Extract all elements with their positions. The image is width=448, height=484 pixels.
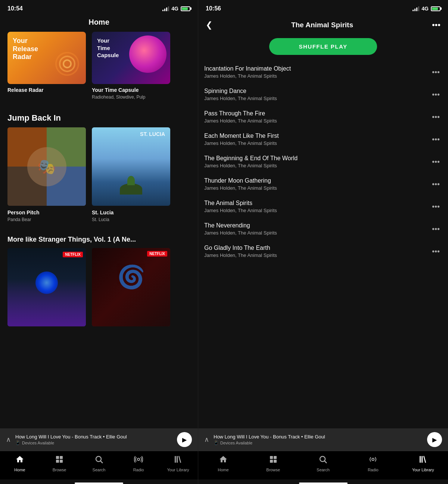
track-artist: James Holden, The Animal Spirits xyxy=(204,118,430,124)
right-nav-browse[interactable]: Browse xyxy=(262,455,284,472)
left-nav-browse[interactable]: Browse xyxy=(48,455,71,472)
release-radar-card[interactable]: YourReleaseRadar Release Radar xyxy=(7,32,86,100)
track-name: The Neverending xyxy=(204,222,430,229)
left-nav-browse-label: Browse xyxy=(53,468,66,472)
radar-waves-icon xyxy=(52,49,82,80)
st-lucia-image: ST. LUCIA xyxy=(92,127,170,206)
right-panel: 10:56 4G ❮ The Animal Spirits ••• SHUFFL… xyxy=(198,0,448,484)
time-capsule-bg: YourTimeCapsule xyxy=(92,32,170,84)
left-library-icon xyxy=(174,455,183,466)
left-status-bar: 10:54 4G xyxy=(0,0,198,15)
left-scroll-content: YourReleaseRadar Release Radar xyxy=(0,32,198,428)
track-name: Incantation For Inanimate Object xyxy=(204,65,430,72)
track-info: Pass Through The Fire James Holden, The … xyxy=(204,110,430,124)
svg-rect-17 xyxy=(421,456,423,463)
left-play-button[interactable]: ▶ xyxy=(177,432,192,447)
back-button[interactable]: ❮ xyxy=(204,19,214,31)
track-more-button[interactable]: ••• xyxy=(430,178,442,191)
track-info: Spinning Dance James Holden, The Animal … xyxy=(204,88,430,101)
right-mini-player-track: How Long Will I Love You - Bonus Track •… xyxy=(214,434,423,440)
track-more-button[interactable]: ••• xyxy=(430,245,442,258)
track-artist: James Holden, The Animal Spirits xyxy=(204,208,430,213)
left-battery-icon xyxy=(181,6,190,11)
left-nav-library[interactable]: Your Library xyxy=(167,455,189,472)
right-nav-library[interactable]: Your Library xyxy=(412,455,434,472)
time-capsule-card[interactable]: YourTimeCapsule Your Time Capsule Radioh… xyxy=(92,32,170,100)
track-artist: James Holden, The Animal Spirits xyxy=(204,252,430,258)
track-item[interactable]: Thunder Moon Gathering James Holden, The… xyxy=(198,173,448,195)
track-more-button[interactable]: ••• xyxy=(430,200,442,213)
svg-rect-16 xyxy=(420,456,421,463)
track-item[interactable]: The Animal Spirits James Holden, The Ani… xyxy=(198,195,448,218)
track-info: The Beginning & End Of The World James H… xyxy=(204,155,430,168)
stranger-things-card-1[interactable]: NETFLIX xyxy=(7,248,86,330)
left-time: 10:54 xyxy=(7,5,23,12)
left-nav-search-label: Search xyxy=(93,468,106,472)
release-radar-image: YourReleaseRadar xyxy=(7,32,86,84)
left-nav-home[interactable]: Home xyxy=(9,455,31,472)
svg-point-4 xyxy=(96,456,101,462)
right-search-icon xyxy=(318,455,327,466)
st-lucia-island xyxy=(120,183,142,195)
track-item[interactable]: Pass Through The Fire James Holden, The … xyxy=(198,106,448,128)
netflix-badge-2: NETFLIX xyxy=(147,251,167,257)
right-nav-radio[interactable]: Radio xyxy=(362,455,384,472)
svg-rect-8 xyxy=(177,456,178,463)
track-artist: James Holden, The Animal Spirits xyxy=(204,185,430,191)
left-page-title: Home xyxy=(0,15,198,32)
left-home-icon xyxy=(15,455,24,466)
right-mini-player-device: 📱 Devices Available xyxy=(214,440,423,445)
track-item[interactable]: Each Moment Like The First James Holden,… xyxy=(198,128,448,151)
stranger-things-art-1: NETFLIX xyxy=(7,248,86,326)
time-capsule-image: YourTimeCapsule xyxy=(92,32,170,84)
svg-rect-10 xyxy=(274,456,277,459)
track-name: Thunder Moon Gathering xyxy=(204,177,430,184)
person-pitch-card[interactable]: 🎭 Person Pitch Panda Bear xyxy=(7,127,86,222)
left-signal-icon xyxy=(162,6,169,11)
track-more-button[interactable]: ••• xyxy=(430,66,442,79)
more-options-button[interactable]: ••• xyxy=(430,19,442,31)
track-more-button[interactable]: ••• xyxy=(430,155,442,168)
track-name: Each Moment Like The First xyxy=(204,133,430,139)
left-nav-radio-label: Radio xyxy=(133,468,144,472)
right-device-icon: 📱 xyxy=(214,440,219,445)
track-item[interactable]: The Beginning & End Of The World James H… xyxy=(198,151,448,173)
stranger-things-row: NETFLIX NETFLIX 🌀 xyxy=(0,248,198,338)
right-nav-search[interactable]: Search xyxy=(312,455,334,472)
track-item[interactable]: Spinning Dance James Holden, The Animal … xyxy=(198,83,448,106)
track-item[interactable]: Go Gladly Into The Earth James Holden, T… xyxy=(198,240,448,263)
track-info: The Neverending James Holden, The Animal… xyxy=(204,222,430,236)
right-mini-player[interactable]: ∧ How Long Will I Love You - Bonus Track… xyxy=(198,428,448,451)
track-more-button[interactable]: ••• xyxy=(430,223,442,236)
left-nav-radio[interactable]: Radio xyxy=(127,455,150,472)
track-item[interactable]: Incantation For Inanimate Object James H… xyxy=(198,61,448,83)
left-mini-player[interactable]: ∧ How Long Will I Love You - Bonus Track… xyxy=(0,428,198,451)
track-more-button[interactable]: ••• xyxy=(430,133,442,146)
left-nav-search[interactable]: Search xyxy=(88,455,110,472)
right-time: 10:56 xyxy=(206,5,221,12)
track-info: Incantation For Inanimate Object James H… xyxy=(204,65,430,79)
person-pitch-image: 🎭 xyxy=(7,127,86,206)
netflix-badge-1: NETFLIX xyxy=(63,252,83,257)
st-lucia-card[interactable]: ST. LUCIA St. Lucia St. Lucia xyxy=(92,127,170,222)
release-radar-bg: YourReleaseRadar xyxy=(7,32,86,84)
shuffle-play-button[interactable]: SHUFFLE PLAY xyxy=(269,38,377,55)
track-list: Incantation For Inanimate Object James H… xyxy=(198,61,448,428)
release-radar-card-text: YourReleaseRadar xyxy=(7,32,43,66)
stranger-things-card-2[interactable]: NETFLIX 🌀 xyxy=(92,248,170,330)
right-nav-home[interactable]: Home xyxy=(212,455,234,472)
right-home-icon xyxy=(219,455,228,466)
track-item[interactable]: The Neverending James Holden, The Animal… xyxy=(198,218,448,240)
track-more-button[interactable]: ••• xyxy=(430,88,442,101)
right-header: ❮ The Animal Spirits ••• xyxy=(198,15,448,35)
track-name: The Animal Spirits xyxy=(204,200,430,207)
left-panel: 10:54 4G Home YourReleaseRadar xyxy=(0,0,198,484)
svg-rect-7 xyxy=(175,456,176,463)
person-pitch-artist: Panda Bear xyxy=(7,217,86,222)
time-capsule-circle xyxy=(129,35,167,73)
right-nav-search-label: Search xyxy=(317,468,330,472)
track-more-button[interactable]: ••• xyxy=(430,111,442,124)
svg-rect-2 xyxy=(56,460,59,463)
right-play-button[interactable]: ▶ xyxy=(427,432,442,447)
shuffle-btn-container: SHUFFLE PLAY xyxy=(198,35,448,61)
